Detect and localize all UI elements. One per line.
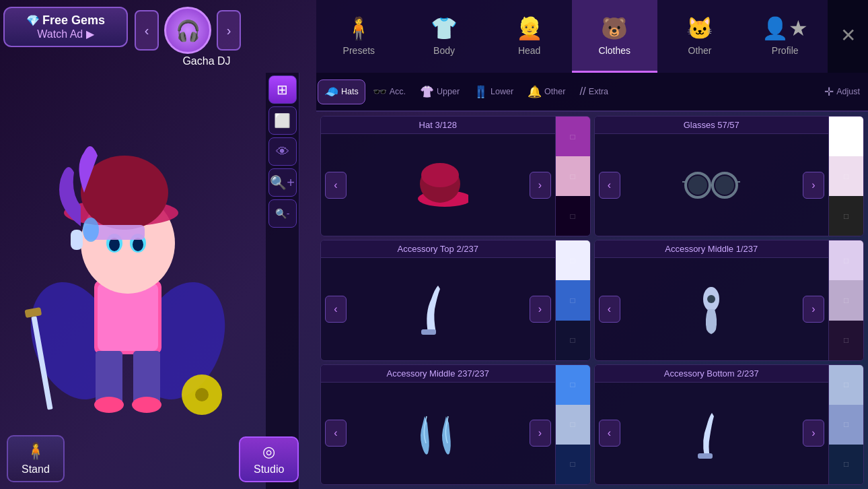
adjust-icon: ✛ [824,85,834,99]
sub-tab-other[interactable]: 🔔 Other [521,79,572,104]
glasses-color-1[interactable] [829,117,863,156]
free-gems-button[interactable]: 💎 Free Gems Watch Ad ▶ [3,7,128,47]
acc-mid2-next-button[interactable]: › [530,420,551,447]
acc-mid2-prev-button[interactable]: ‹ [325,420,347,447]
acc-top-color-2[interactable] [556,280,590,320]
glasses-next-button[interactable]: › [803,172,824,199]
close-button[interactable]: ✕ [828,0,868,73]
prev-character-button[interactable]: ‹ [135,10,159,51]
svg-point-28 [688,176,707,195]
acc-top-next-button[interactable]: › [530,296,551,323]
acc-bot-color-strip [828,365,863,484]
tab-body[interactable]: 👕 Body [402,0,487,73]
acc-mid2-main: Accessory Middle 237/237 ‹ › [321,365,555,484]
right-panel: 🧍 Presets 👕 Body 👱 Head 🐻 Clothes 🐱 Othe… [316,0,868,489]
character-avatar: 🎧 [164,7,211,54]
grid-tool-button[interactable]: ⊞ [268,75,297,104]
acc-mid1-color-3[interactable] [829,321,863,360]
acc-mid1-color-1[interactable] [829,240,863,280]
tab-head[interactable]: 👱 Head [486,0,572,73]
acc-top-image [414,279,462,339]
hat-color-strip [555,117,590,236]
hat-color-3[interactable] [556,196,590,236]
sub-navigation: 🧢 Hats 🕶️ Acc. 👚 Upper 👖 Lower 🔔 Other /… [316,73,868,112]
acc-mid2-color-1[interactable] [556,365,590,405]
tab-clothes[interactable]: 🐻 Clothes [572,0,657,73]
zoom-in-button[interactable]: 🔍+ [268,168,297,197]
sub-tab-acc[interactable]: 🕶️ Acc. [366,79,412,104]
acc-mid2-image [411,403,465,463]
acc-mid1-next-button[interactable]: › [803,296,824,323]
acc-mid1-image [688,279,735,339]
next-character-button[interactable]: › [217,10,241,51]
acc-top-header: Accessory Top 2/237 [321,240,555,258]
acc-top-section: Accessory Top 2/237 ‹ › [320,240,591,360]
stand-icon: 🧍 [26,442,46,461]
profile-icon: 👤★ [762,15,808,41]
acc-top-main: Accessory Top 2/237 ‹ › [321,240,555,360]
acc-bot-color-2[interactable] [829,405,863,445]
hat-prev-button[interactable]: ‹ [325,172,347,199]
svg-point-22 [195,388,209,401]
acc-top-color-1[interactable] [556,240,590,280]
side-tool-panel: ⊞ ⬜ 👁 🔍+ 🔍- [266,73,299,489]
acc-top-color-3[interactable] [556,321,590,360]
glasses-color-3[interactable] [829,196,863,236]
studio-button[interactable]: ◎ Studio [239,436,299,482]
character-display [13,119,242,449]
sub-tab-adjust[interactable]: ✛ Adjust [818,79,867,104]
hat-color-1[interactable] [556,117,590,156]
eye-tool-button[interactable]: 👁 [268,137,297,166]
svg-rect-36 [698,453,713,459]
svg-point-18 [83,218,99,242]
tab-profile[interactable]: 👤★ Profile [742,0,828,73]
acc-top-preview [347,279,530,339]
acc-mid2-color-2[interactable] [556,405,590,445]
svg-point-25 [421,163,459,187]
glasses-prev-button[interactable]: ‹ [599,172,620,199]
acc-mid2-color-3[interactable] [556,445,590,484]
acc-mid2-preview [347,403,530,463]
left-panel: 💎 Free Gems Watch Ad ▶ ‹ 🎧 › Gacha DJ [0,0,316,489]
acc-mid1-prev-button[interactable]: ‹ [599,296,620,323]
body-icon: 👕 [431,15,458,41]
hat-color-2[interactable] [556,156,590,196]
svg-point-6 [94,397,124,413]
hat-header: Hat 3/128 [321,117,555,134]
hats-icon: 🧢 [324,85,338,99]
acc-mid1-section: Accessory Middle 1/237 ‹ › [594,240,865,360]
hat-body: ‹ › [321,134,555,236]
zoom-out-button[interactable]: 🔍- [268,199,297,228]
stand-button[interactable]: 🧍 Stand [7,435,65,482]
acc-top-prev-button[interactable]: ‹ [325,296,347,323]
studio-icon: ◎ [262,443,275,461]
character-sprite [20,125,236,449]
acc-mid2-color-strip [555,365,590,484]
acc-mid1-color-2[interactable] [829,280,863,320]
gem-icon: 💎 [26,14,40,27]
hat-main: Hat 3/128 ‹ › [321,117,555,236]
acc-bot-prev-button[interactable]: ‹ [599,420,620,447]
glasses-color-2[interactable] [829,156,863,196]
acc-bot-color-3[interactable] [829,445,863,484]
sub-tab-lower[interactable]: 👖 Lower [467,79,520,104]
tab-other[interactable]: 🐱 Other [657,0,743,73]
glasses-header: Glasses 57/57 [595,117,829,134]
sub-tab-hats[interactable]: 🧢 Hats [318,79,365,104]
svg-rect-16 [71,230,83,250]
acc-bot-color-1[interactable] [829,365,863,405]
sub-tab-extra[interactable]: // Extra [573,79,615,104]
extra-icon: // [579,85,585,98]
hat-preview [347,158,530,212]
acc-mid1-body: ‹ › [595,258,829,360]
acc-bot-next-button[interactable]: › [803,420,824,447]
acc-mid1-color-strip [828,240,863,360]
frame-tool-button[interactable]: ⬜ [268,106,297,135]
sub-tab-upper[interactable]: 👚 Upper [413,79,466,104]
acc-top-body: ‹ › [321,258,555,360]
glasses-main: Glasses 57/57 ‹ › [595,117,829,236]
hat-next-button[interactable]: › [530,172,551,199]
presets-icon: 🧍 [345,15,372,41]
watch-ad-label: Watch Ad ▶ [37,28,94,40]
tab-presets[interactable]: 🧍 Presets [316,0,402,73]
